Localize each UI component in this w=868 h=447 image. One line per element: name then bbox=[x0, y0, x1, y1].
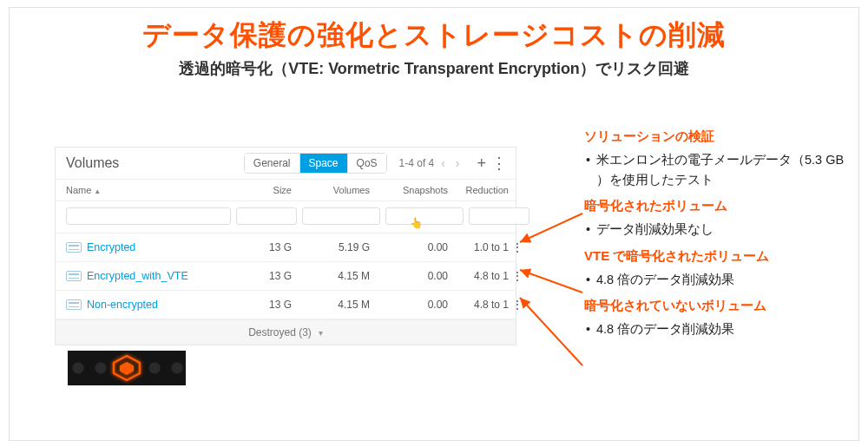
tab-qos[interactable]: QoS bbox=[347, 154, 386, 173]
svg-line-3 bbox=[520, 270, 582, 293]
col-reduction[interactable]: Reduction bbox=[448, 185, 509, 195]
table-row: Non-encrypted 13 G 4.15 M 0.00 4.8 to 1 … bbox=[56, 291, 516, 319]
destroyed-label: Destroyed (3) bbox=[248, 326, 312, 339]
tab-general[interactable]: General bbox=[245, 154, 299, 173]
destroyed-section-toggle[interactable]: Destroyed (3) ▾ bbox=[56, 319, 516, 345]
volume-link[interactable]: Encrypted bbox=[66, 241, 231, 253]
cell-size: 13 G bbox=[231, 299, 292, 311]
subtitle: 透過的暗号化（VTE: Vormetric Transparent Encryp… bbox=[10, 58, 858, 79]
cell-volumes: 4.15 M bbox=[292, 270, 370, 282]
bullet-text: 4.8 倍のデータ削減効果 bbox=[596, 270, 853, 290]
filter-row bbox=[56, 201, 516, 233]
col-name[interactable]: Name▲ bbox=[66, 185, 231, 195]
filter-volumes-input[interactable] bbox=[302, 207, 380, 225]
col-snapshots[interactable]: Snapshots bbox=[370, 185, 448, 195]
row-count: 1-4 of 4 bbox=[399, 157, 435, 169]
cell-size: 13 G bbox=[231, 270, 292, 282]
row-overflow-icon[interactable]: ⋮ bbox=[509, 298, 526, 312]
chevron-down-icon: ▾ bbox=[319, 328, 323, 338]
sort-asc-icon: ▲ bbox=[94, 187, 101, 195]
volume-name-text: Encrypted_with_VTE bbox=[87, 270, 188, 282]
table-row: Encrypted_with_VTE 13 G 4.15 M 0.00 4.8 … bbox=[56, 262, 516, 291]
filter-snapshots-input[interactable] bbox=[385, 207, 464, 225]
table-row: Encrypted 13 G 5.19 G 0.00 1.0 to 1 ⋮ bbox=[56, 233, 516, 262]
volume-link[interactable]: Encrypted_with_VTE bbox=[66, 270, 231, 282]
volume-icon bbox=[66, 242, 82, 253]
volume-name-text: Non-encrypted bbox=[87, 299, 158, 311]
cell-snapshots: 0.00 bbox=[370, 270, 448, 282]
section-heading-encrypted: 暗号化されたボリューム bbox=[584, 195, 853, 216]
bullet-text: 4.8 倍のデータ削減効果 bbox=[596, 319, 853, 339]
volume-name-text: Encrypted bbox=[87, 241, 135, 253]
volumes-panel: Volumes General Space QoS 1-4 of 4 ‹ › +… bbox=[55, 147, 516, 345]
logo-badge bbox=[68, 351, 186, 385]
bullet-text: 米エンロン社の電子メールデータ（5.3 GB ）を使用したテスト bbox=[596, 150, 853, 190]
filter-reduction-input[interactable] bbox=[469, 207, 529, 225]
section-heading-verification: ソリューションの検証 bbox=[584, 126, 853, 147]
volume-link[interactable]: Non-encrypted bbox=[66, 299, 231, 311]
cell-reduction: 4.8 to 1 bbox=[448, 299, 509, 311]
filter-size-input[interactable] bbox=[236, 207, 297, 225]
cell-volumes: 5.19 G bbox=[292, 241, 370, 253]
svg-line-4 bbox=[520, 298, 582, 365]
cell-volumes: 4.15 M bbox=[292, 299, 370, 311]
panel-title: Volumes bbox=[66, 155, 244, 171]
add-icon[interactable]: + bbox=[477, 154, 486, 173]
svg-marker-1 bbox=[120, 362, 134, 375]
section-heading-vte: VTE で暗号化されたボリューム bbox=[584, 246, 853, 266]
section-heading-nonencrypted: 暗号化されていないボリューム bbox=[584, 295, 853, 316]
table-header-row: Name▲ Size Volumes Snapshots Reduction bbox=[56, 180, 516, 201]
cell-reduction: 1.0 to 1 bbox=[448, 241, 509, 253]
tab-group: General Space QoS bbox=[244, 153, 387, 174]
volume-icon bbox=[66, 299, 82, 310]
bullet-text: データ削減効果なし bbox=[596, 220, 853, 240]
filter-name-input[interactable] bbox=[66, 207, 231, 225]
col-volumes[interactable]: Volumes bbox=[292, 185, 370, 195]
panel-header: Volumes General Space QoS 1-4 of 4 ‹ › +… bbox=[56, 148, 516, 180]
col-size[interactable]: Size bbox=[231, 185, 292, 195]
pure-logo-icon bbox=[112, 355, 141, 381]
volume-icon bbox=[66, 271, 82, 281]
cell-snapshots: 0.00 bbox=[370, 241, 448, 253]
cell-reduction: 4.8 to 1 bbox=[448, 270, 509, 282]
col-name-label: Name bbox=[66, 185, 91, 195]
pager[interactable]: ‹ › bbox=[441, 156, 463, 170]
cell-snapshots: 0.00 bbox=[370, 299, 448, 311]
annotation-column: ソリューションの検証 米エンロン社の電子メールデータ（5.3 GB ）を使用した… bbox=[584, 121, 853, 345]
cell-size: 13 G bbox=[231, 241, 292, 253]
main-title: データ保護の強化とストレージコストの削減 bbox=[10, 16, 858, 55]
overflow-icon[interactable]: ⋮ bbox=[491, 154, 507, 173]
row-overflow-icon[interactable]: ⋮ bbox=[509, 269, 526, 283]
row-overflow-icon[interactable]: ⋮ bbox=[509, 240, 526, 254]
tab-space[interactable]: Space bbox=[299, 154, 347, 173]
